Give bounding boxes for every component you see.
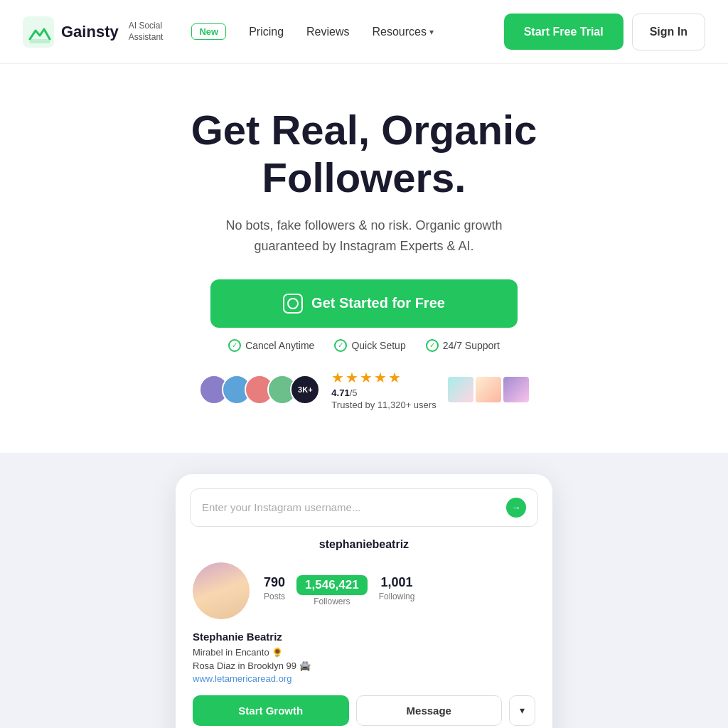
bio-line1: Mirabel in Encanto 🌻 [193, 646, 535, 660]
profile-username: stephaniebeatriz [193, 538, 535, 551]
profile-section: stephaniebeatriz 790 Posts 1,546,421 Fol… [176, 538, 552, 728]
trust-label-setup: Quick Setup [351, 340, 405, 351]
trust-badges: ✓ Cancel Anytime ✓ Quick Setup ✓ 24/7 Su… [28, 339, 700, 352]
posts-count: 790 [264, 575, 285, 590]
avatar-image [193, 562, 250, 619]
avatar-stack: 3K+ [199, 375, 320, 405]
nav-links: New Pricing Reviews Resources ▾ [191, 23, 486, 40]
start-growth-button[interactable]: Start Growth [193, 695, 349, 726]
svg-marker-1 [30, 39, 50, 43]
bio-name: Stephanie Beatriz [193, 631, 535, 643]
message-button[interactable]: Message [356, 695, 503, 726]
start-trial-button[interactable]: Start Free Trial [504, 14, 623, 50]
instagram-icon [283, 294, 303, 314]
rating-area: ★★★★★ 4.71/5 Trusted by 11,320+ users [331, 369, 436, 410]
hero-headline: Get Real, Organic Followers. [151, 107, 577, 201]
new-badge: New [191, 23, 226, 40]
get-started-label: Get Started for Free [311, 295, 445, 311]
avatar-count: 3K+ [290, 375, 320, 405]
bio-section: Stephanie Beatriz Mirabel in Encanto 🌻 R… [193, 631, 535, 695]
nav-link-reviews[interactable]: Reviews [306, 26, 349, 38]
profile-avatar [193, 562, 250, 619]
insta-thumb-1 [448, 377, 473, 402]
hero-subtext: No bots, fake followers & no risk. Organ… [204, 215, 524, 257]
profile-stats-row: 790 Posts 1,546,421 Followers 1,001 Foll… [193, 562, 535, 619]
check-icon-3: ✓ [426, 339, 439, 352]
insta-thumb-2 [476, 377, 501, 402]
followers-label: Followers [314, 596, 350, 606]
following-label: Following [379, 592, 415, 601]
trust-badge-support: ✓ 24/7 Support [426, 339, 500, 352]
following-stat: 1,001 Following [379, 575, 415, 606]
headline-line1: Get Real, Organic [191, 107, 537, 153]
instagram-search-bar[interactable]: Enter your Instagram username... → [190, 488, 538, 527]
profile-action-row: Start Growth Message ▾ [193, 695, 535, 726]
trust-badge-setup: ✓ Quick Setup [334, 339, 405, 352]
nav-link-pricing[interactable]: Pricing [249, 26, 284, 38]
hero-section: Get Real, Organic Followers. No bots, fa… [0, 64, 728, 453]
resources-label: Resources [373, 26, 427, 38]
rating-text: 4.71/5 [331, 387, 357, 398]
posts-stat: 790 Posts [264, 575, 285, 606]
posts-label: Posts [264, 592, 285, 601]
instagram-preview-thumbnails [448, 377, 529, 402]
followers-stat: 1,546,421 Followers [296, 575, 368, 606]
chevron-down-icon: ▾ [429, 27, 434, 37]
bio-line2: Rosa Diaz in Brooklyn 99 🚔 [193, 659, 535, 673]
logo-text: Gainsty [61, 23, 119, 41]
insta-thumb-3 [503, 377, 529, 402]
phone-card: Enter your Instagram username... → steph… [176, 474, 552, 728]
trusted-text: Trusted by 11,320+ users [331, 400, 436, 410]
trust-badge-cancel: ✓ Cancel Anytime [228, 339, 314, 352]
sign-in-button[interactable]: Sign In [632, 14, 705, 50]
bio-link[interactable]: www.letamericaread.org [193, 673, 535, 684]
social-proof-row: 3K+ ★★★★★ 4.71/5 Trusted by 11,320+ user… [28, 369, 700, 424]
logo-area[interactable]: Gainsty AI Social Assistant [23, 16, 163, 48]
search-submit-button[interactable]: → [506, 498, 526, 518]
headline-line2: Followers. [262, 154, 466, 200]
check-icon-2: ✓ [334, 339, 347, 352]
check-icon: ✓ [228, 339, 241, 352]
stats-row: 790 Posts 1,546,421 Followers 1,001 Foll… [264, 575, 535, 606]
navbar: Gainsty AI Social Assistant New Pricing … [0, 0, 728, 64]
search-input-placeholder: Enter your Instagram username... [202, 501, 506, 513]
dropdown-button[interactable]: ▾ [509, 695, 535, 726]
star-rating: ★★★★★ [331, 369, 402, 386]
following-count: 1,001 [381, 575, 413, 590]
trust-label-support: 24/7 Support [443, 340, 500, 351]
nav-cta-group: Start Free Trial Sign In [504, 14, 705, 50]
ai-assistant-label: AI Social Assistant [129, 21, 164, 43]
get-started-button[interactable]: Get Started for Free [210, 279, 518, 328]
mock-section: Enter your Instagram username... → steph… [0, 453, 728, 728]
trust-label-cancel: Cancel Anytime [245, 340, 314, 351]
rating-denom: /5 [350, 387, 358, 398]
rating-value: 4.71 [331, 387, 349, 398]
logo-svg [23, 16, 54, 48]
followers-count: 1,546,421 [296, 575, 368, 595]
nav-link-resources[interactable]: Resources ▾ [373, 26, 434, 38]
